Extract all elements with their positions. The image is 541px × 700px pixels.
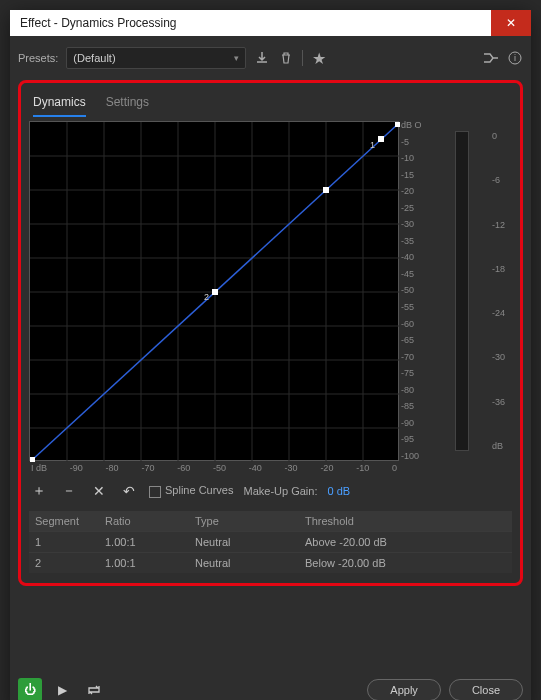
graph-area: 2 1 dB O -5 -10 -15 -20 -25 -30 -35	[29, 121, 512, 461]
power-toggle-button[interactable]: ⏻	[18, 678, 42, 700]
dialog-footer: ⏻ ▶ Apply Close	[18, 678, 523, 700]
spline-label: Spline Curves	[165, 484, 233, 496]
preset-dropdown[interactable]: (Default) ▾	[66, 47, 246, 69]
spline-checkbox[interactable]: Spline Curves	[149, 484, 233, 497]
makeup-gain-label: Make-Up Gain:	[243, 485, 317, 497]
tab-settings[interactable]: Settings	[106, 95, 149, 117]
transfer-curve-graph[interactable]: 2 1	[29, 121, 399, 461]
graph-controls: ＋ － ✕ ↶ Spline Curves Make-Up Gain: 0 dB	[29, 481, 512, 501]
remove-point-button[interactable]: －	[59, 481, 79, 501]
makeup-gain-value[interactable]: 0 dB	[327, 485, 350, 497]
apply-button[interactable]: Apply	[367, 679, 441, 700]
info-icon[interactable]: i	[507, 50, 523, 66]
channel-route-icon[interactable]	[483, 50, 499, 66]
x-axis-labels: I dB -90 -80 -70 -60 -50 -40 -30 -20 -10…	[29, 463, 399, 473]
gain-meter: 0 -6 -12 -18 -24 -30 -36 dB	[439, 121, 485, 461]
close-window-button[interactable]: ✕	[491, 10, 531, 36]
save-preset-icon[interactable]	[254, 50, 270, 66]
svg-rect-26	[395, 122, 400, 127]
segment-header: Segment Ratio Type Threshold	[29, 511, 512, 531]
svg-text:1: 1	[370, 140, 375, 150]
titlebar: Effect - Dynamics Processing ✕	[10, 10, 531, 36]
col-segment: Segment	[35, 515, 105, 527]
col-ratio: Ratio	[105, 515, 195, 527]
preset-toolbar: Presets: (Default) ▾ ★ i	[18, 46, 523, 70]
svg-text:i: i	[514, 53, 516, 63]
chevron-down-icon: ▾	[234, 53, 239, 63]
meter-ticks: 0 -6 -12 -18 -24 -30 -36 dB	[492, 131, 505, 451]
dialog-window: Effect - Dynamics Processing ✕ Presets: …	[10, 10, 531, 700]
svg-rect-20	[30, 457, 35, 462]
favorite-icon[interactable]: ★	[311, 50, 327, 66]
add-point-button[interactable]: ＋	[29, 481, 49, 501]
segment-row[interactable]: 2 1.00:1 Neutral Below -20.00 dB	[29, 552, 512, 573]
window-title: Effect - Dynamics Processing	[20, 16, 177, 30]
svg-rect-23	[323, 187, 329, 193]
loop-button[interactable]	[82, 678, 106, 700]
svg-rect-24	[378, 136, 384, 142]
reset-button[interactable]: ↶	[119, 481, 139, 501]
preset-value: (Default)	[73, 52, 115, 64]
invert-button[interactable]: ✕	[89, 481, 109, 501]
y-axis-labels: dB O -5 -10 -15 -20 -25 -30 -35 -40 -45 …	[399, 121, 429, 461]
tab-bar: Dynamics Settings	[29, 89, 512, 117]
svg-text:2: 2	[204, 292, 209, 302]
col-type: Type	[195, 515, 305, 527]
play-button[interactable]: ▶	[50, 678, 74, 700]
close-button[interactable]: Close	[449, 679, 523, 700]
delete-preset-icon[interactable]	[278, 50, 294, 66]
main-panel: Dynamics Settings	[18, 80, 523, 586]
svg-rect-21	[212, 289, 218, 295]
presets-label: Presets:	[18, 52, 58, 64]
meter-bar	[455, 131, 469, 451]
segment-table: Segment Ratio Type Threshold 1 1.00:1 Ne…	[29, 511, 512, 573]
segment-row[interactable]: 1 1.00:1 Neutral Above -20.00 dB	[29, 531, 512, 552]
dialog-body: Presets: (Default) ▾ ★ i Dynamics Settin…	[10, 36, 531, 700]
col-threshold: Threshold	[305, 515, 506, 527]
toolbar-divider	[302, 50, 303, 66]
tab-dynamics[interactable]: Dynamics	[33, 95, 86, 117]
